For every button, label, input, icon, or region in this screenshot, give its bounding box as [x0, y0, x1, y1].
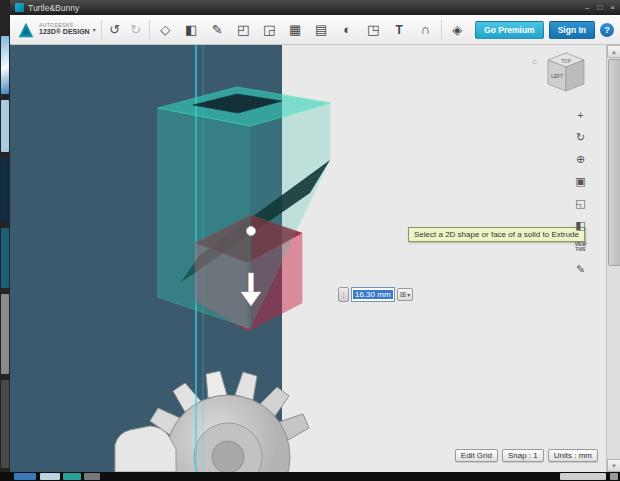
- chevron-down-icon: ▾: [93, 26, 96, 33]
- tool-text-icon[interactable]: T: [389, 18, 410, 42]
- go-premium-button[interactable]: Go Premium: [475, 21, 544, 39]
- window-title: Turtle&Bunny: [28, 3, 79, 13]
- extrude-arrow-stem[interactable]: [249, 273, 254, 293]
- toolbar-divider: [101, 20, 102, 40]
- status-bar: Edit Grid Snap : 1 Units : mm: [455, 449, 598, 462]
- drag-handle-icon[interactable]: ⋮: [338, 287, 349, 302]
- zoom-icon[interactable]: ⊕: [572, 151, 589, 167]
- render-mode-icon[interactable]: ✎: [572, 261, 589, 277]
- tool-combine-icon[interactable]: ◐: [337, 18, 358, 42]
- scroll-up-icon[interactable]: ▲: [607, 45, 620, 58]
- home-icon[interactable]: ⌂: [532, 57, 537, 66]
- background-page-strip-bottom: [0, 472, 620, 481]
- scrollbar-thumb[interactable]: [608, 59, 620, 266]
- tool-snap-icon[interactable]: ∩: [415, 18, 436, 42]
- tool-construct-icon[interactable]: ◰: [233, 18, 254, 42]
- thumbnail: [610, 473, 618, 480]
- zoom-window-icon[interactable]: ▣: [572, 173, 589, 189]
- toolbar-divider: [149, 20, 150, 40]
- app-icon: [15, 3, 24, 12]
- dimension-input-group: ⋮ 16.30 mm ⊞ ▾: [338, 287, 413, 302]
- scrollbar[interactable]: ▲ ▼: [606, 45, 620, 472]
- background-page-strip-left: [0, 0, 10, 481]
- thumbnail: [84, 473, 100, 480]
- thumbnail: [1, 228, 9, 288]
- thumbnail: [40, 473, 60, 480]
- extrude-tooltip: Select a 2D shape or face of a solid to …: [408, 227, 585, 242]
- tool-pattern-icon[interactable]: ▦: [285, 18, 306, 42]
- tool-sketch-icon[interactable]: ✎: [207, 18, 228, 42]
- gear-fragment-solid[interactable]: [115, 426, 176, 472]
- tool-grouping-icon[interactable]: ▤: [311, 18, 332, 42]
- sign-in-button[interactable]: Sign In: [549, 21, 595, 39]
- title-bar: Turtle&Bunny – □ ×: [10, 0, 620, 15]
- dimension-options-button[interactable]: ⊞ ▾: [397, 288, 414, 301]
- viewcube-top-label[interactable]: TOP: [561, 58, 572, 64]
- thumbnail: [560, 473, 606, 480]
- view-cube[interactable]: ⌂ TOP LEFT: [530, 48, 592, 98]
- viewport[interactable]: Select a 2D shape or face of a solid to …: [10, 45, 606, 472]
- maximize-button[interactable]: □: [597, 3, 602, 12]
- manipulator-dot[interactable]: [247, 227, 256, 236]
- edit-grid-button[interactable]: Edit Grid: [455, 449, 498, 462]
- view-front-icon[interactable]: ◧: [572, 217, 589, 233]
- chevron-down-icon: ▾: [407, 291, 410, 298]
- orbit-icon[interactable]: ↻: [572, 129, 589, 145]
- 123d-logo-icon: [16, 20, 36, 40]
- help-button[interactable]: ?: [600, 23, 614, 37]
- pan-icon[interactable]: +: [572, 107, 589, 123]
- tool-measure-icon[interactable]: ◳: [363, 18, 384, 42]
- close-button[interactable]: ×: [610, 3, 615, 12]
- scene-background: [282, 45, 606, 472]
- dimension-value: 16.30 mm: [353, 290, 393, 299]
- thumbnail: [1, 158, 9, 222]
- redo-button[interactable]: ↻: [128, 23, 144, 36]
- snap-button[interactable]: Snap : 1: [502, 449, 544, 462]
- minimize-button[interactable]: –: [585, 3, 589, 12]
- dimension-input[interactable]: 16.30 mm: [351, 287, 395, 302]
- main-toolbar: AUTODESK® 123D® DESIGN ▾ ↺ ↻ ◇ ◧ ✎ ◰ ◲ ▦…: [10, 15, 620, 45]
- thumbnail: [1, 100, 9, 152]
- screenshot-root: Turtle&Bunny – □ × AUTODESK® 123D® DESIG…: [0, 0, 620, 481]
- viewcube-left-label[interactable]: LEFT: [551, 73, 563, 79]
- thumbnail: [1, 380, 9, 468]
- keypad-icon: ⊞: [400, 290, 407, 299]
- thumbnail: [1, 294, 9, 374]
- window-controls: – □ ×: [585, 3, 615, 12]
- undo-button[interactable]: ↺: [107, 23, 123, 36]
- app-menu-button[interactable]: AUTODESK® 123D® DESIGN ▾: [16, 20, 96, 40]
- navigation-bar: + ↻ ⊕ ▣ ◱ ◧ VIEW THIS ✎: [572, 107, 589, 277]
- thumbnail: [1, 36, 9, 94]
- tool-modify-icon[interactable]: ◲: [259, 18, 280, 42]
- 3d-scene[interactable]: [10, 45, 606, 472]
- units-button[interactable]: Units : mm: [548, 449, 598, 462]
- view-mode-icon[interactable]: VIEW THIS: [572, 239, 589, 255]
- tool-material-icon[interactable]: ◈: [447, 18, 468, 42]
- app-window: Turtle&Bunny – □ × AUTODESK® 123D® DESIG…: [10, 0, 620, 472]
- tool-primitives-icon[interactable]: ◧: [181, 18, 202, 42]
- tool-transform-icon[interactable]: ◇: [155, 18, 176, 42]
- scroll-down-icon[interactable]: ▼: [607, 459, 620, 472]
- toolbar-divider: [441, 20, 442, 40]
- thumbnail: [14, 473, 36, 480]
- fit-view-icon[interactable]: ◱: [572, 195, 589, 211]
- product-wordmark: 123D® DESIGN: [39, 28, 90, 36]
- thumbnail: [63, 473, 81, 480]
